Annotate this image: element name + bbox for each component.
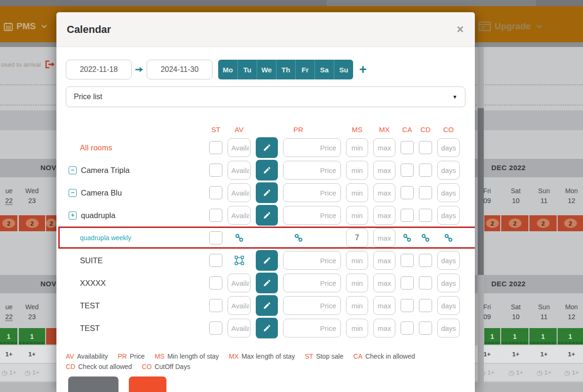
price-input[interactable] <box>283 161 341 180</box>
edit-price-button[interactable] <box>256 273 278 293</box>
price-input[interactable] <box>283 319 341 337</box>
weekday-we[interactable]: We <box>257 60 276 79</box>
checkout-checkbox[interactable] <box>419 209 432 222</box>
availability-input[interactable] <box>228 319 251 337</box>
cutoff-link-icon[interactable] <box>437 233 460 243</box>
checkin-link-icon[interactable] <box>401 233 414 243</box>
close-icon[interactable]: × <box>457 24 464 35</box>
max-stay-input[interactable] <box>373 319 395 337</box>
max-stay-input[interactable] <box>373 183 395 202</box>
checkout-link-icon[interactable] <box>419 233 432 243</box>
max-stay-input[interactable] <box>373 161 395 180</box>
submit-button[interactable] <box>68 376 118 392</box>
min-stay-input[interactable] <box>346 183 368 202</box>
weekday-fr[interactable]: Fr <box>295 60 315 79</box>
max-stay-input[interactable] <box>373 251 395 270</box>
stop-sale-checkbox[interactable] <box>209 164 222 177</box>
cutoff-days-input[interactable] <box>437 138 460 157</box>
availability-input[interactable] <box>228 161 251 180</box>
stop-sale-checkbox[interactable] <box>209 254 222 267</box>
cutoff-days-input[interactable] <box>437 206 460 225</box>
stop-sale-checkbox[interactable] <box>209 209 222 222</box>
edit-price-button[interactable] <box>256 295 278 316</box>
cutoff-days-input[interactable] <box>437 161 460 180</box>
availability-link-icon[interactable] <box>228 233 251 243</box>
checkout-checkbox[interactable] <box>419 276 432 290</box>
min-stay-input[interactable] <box>346 138 368 157</box>
checkin-checkbox[interactable] <box>401 276 414 290</box>
max-stay-input[interactable] <box>373 274 395 292</box>
cutoff-days-input[interactable] <box>437 251 460 270</box>
checkout-checkbox[interactable] <box>419 254 432 267</box>
collapse-icon[interactable]: − <box>69 189 77 197</box>
checkout-checkbox[interactable] <box>419 186 432 199</box>
checkin-checkbox[interactable] <box>401 141 414 154</box>
cutoff-days-input[interactable] <box>437 183 460 202</box>
checkout-checkbox[interactable] <box>419 299 432 312</box>
pms-menu[interactable]: PMS <box>4 21 47 31</box>
checkin-checkbox[interactable] <box>401 299 414 312</box>
checkout-checkbox[interactable] <box>419 164 432 177</box>
min-stay-input[interactable] <box>346 161 368 180</box>
close-button[interactable] <box>129 376 166 392</box>
upgrade-menu[interactable]: Upgrade <box>479 21 542 31</box>
derived-availability-icon[interactable] <box>228 256 251 265</box>
min-stay-input[interactable] <box>346 251 368 270</box>
price-input[interactable] <box>283 183 341 202</box>
add-period-button[interactable]: + <box>359 63 367 76</box>
weekday-su[interactable]: Su <box>334 60 353 79</box>
edit-price-button[interactable] <box>256 318 278 338</box>
weekday-th[interactable]: Th <box>276 60 295 79</box>
availability-input[interactable] <box>228 183 251 202</box>
min-stay-input[interactable] <box>346 274 368 292</box>
date-from-input[interactable] <box>66 60 132 79</box>
edit-price-button[interactable] <box>256 205 278 226</box>
min-stay-input[interactable] <box>346 228 368 247</box>
cutoff-days-input[interactable] <box>437 274 460 292</box>
min-stay-input[interactable] <box>346 206 368 225</box>
min-stay-input[interactable] <box>346 319 368 337</box>
stop-sale-checkbox[interactable] <box>209 321 222 335</box>
max-stay-input[interactable] <box>373 228 395 247</box>
price-input[interactable] <box>283 274 341 292</box>
availability-input[interactable] <box>228 206 251 225</box>
stop-sale-checkbox[interactable] <box>209 141 222 154</box>
price-list-select[interactable]: Price list ▼ <box>66 86 465 107</box>
stop-sale-checkbox[interactable] <box>209 299 222 312</box>
edit-price-button[interactable] <box>256 182 278 203</box>
expand-icon[interactable]: + <box>69 212 77 220</box>
collapse-icon[interactable]: − <box>69 166 77 174</box>
checkin-checkbox[interactable] <box>401 321 414 335</box>
checkin-checkbox[interactable] <box>401 186 414 199</box>
price-input[interactable] <box>283 138 341 157</box>
checkout-checkbox[interactable] <box>419 141 432 154</box>
max-stay-input[interactable] <box>373 206 395 225</box>
availability-input[interactable] <box>228 138 251 157</box>
edit-price-button[interactable] <box>256 250 278 271</box>
min-stay-input[interactable] <box>346 296 368 315</box>
max-stay-input[interactable] <box>373 296 395 315</box>
checkout-checkbox[interactable] <box>419 321 432 335</box>
max-stay-input[interactable] <box>373 138 395 157</box>
weekday-sa[interactable]: Sa <box>315 60 334 79</box>
checkin-checkbox[interactable] <box>401 209 414 222</box>
checkin-checkbox[interactable] <box>401 254 414 267</box>
cutoff-days-input[interactable] <box>437 319 460 337</box>
date-to-input[interactable] <box>147 60 213 79</box>
weekday-mo[interactable]: Mo <box>218 60 237 79</box>
weekday-tu[interactable]: Tu <box>237 60 257 79</box>
stop-sale-checkbox[interactable] <box>209 231 222 244</box>
stop-sale-checkbox[interactable] <box>209 186 222 199</box>
edit-price-button[interactable] <box>256 137 278 158</box>
availability-input[interactable] <box>228 296 251 315</box>
scrollbar-thumb[interactable] <box>478 108 484 275</box>
stop-sale-checkbox[interactable] <box>209 276 222 290</box>
price-input[interactable] <box>283 296 341 315</box>
checkin-checkbox[interactable] <box>401 164 414 177</box>
price-input[interactable] <box>283 206 341 225</box>
price-link-icon[interactable] <box>256 233 341 243</box>
edit-price-button[interactable] <box>256 160 278 180</box>
cutoff-days-input[interactable] <box>437 296 460 315</box>
availability-input[interactable] <box>228 274 251 292</box>
price-input[interactable] <box>283 251 341 270</box>
